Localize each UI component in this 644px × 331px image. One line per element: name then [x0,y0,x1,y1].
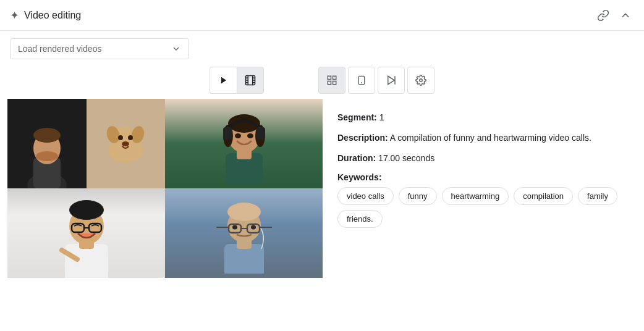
wand-icon: ✦ [10,9,19,22]
load-dropdown-label: Load rendered videos [18,44,101,54]
duration-label: Duration: [337,153,376,163]
page-title: Video editing [24,10,81,21]
video-grid [7,99,323,278]
film-icon [245,75,256,86]
keyword-chip: funny [399,187,437,205]
svg-point-40 [247,133,253,138]
svg-point-58 [232,225,237,229]
info-panel: Segment: 1 Description: A compilation of… [323,99,639,278]
svg-rect-17 [394,76,396,85]
link-button[interactable] [595,7,612,24]
video-cell-4 [165,188,323,278]
grid-icon [326,75,337,86]
svg-point-28 [118,135,123,140]
keywords-section: Keywords: video callsfunnyheartwarmingco… [337,172,624,228]
description-label: Description: [337,133,388,143]
svg-point-22 [36,151,58,161]
segment-row: Segment: 1 [337,111,624,124]
svg-rect-41 [65,244,108,278]
duration-value: 17.00 seconds [378,153,434,163]
view-controls [318,67,434,94]
playback-controls [210,67,264,94]
keyword-chip: video calls [337,187,394,205]
settings-button[interactable] [407,67,434,94]
mobile-icon [357,75,366,86]
keyword-chip: compilation [514,187,573,205]
header-left: ✦ Video editing [10,9,81,22]
man-figure [7,99,87,188]
keywords-row: video callsfunnyheartwarmingcompilationf… [337,187,624,228]
video-controls-row [0,67,644,99]
svg-rect-37 [223,127,232,140]
main-content: Segment: 1 Description: A compilation of… [0,99,644,278]
duration-row: Duration: 17.00 seconds [337,152,624,165]
app-header: ✦ Video editing [0,0,644,31]
preview-icon [386,75,397,86]
svg-marker-16 [388,76,395,85]
preview-button[interactable] [378,67,405,94]
svg-rect-11 [333,76,336,79]
keywords-label: Keywords: [337,172,624,182]
keyword-chip: family [578,187,617,205]
keyword-chip: friends. [337,210,383,228]
mobile-view-button[interactable] [348,67,375,94]
svg-point-44 [69,200,104,220]
description-row: Description: A compilation of funny and … [337,132,624,145]
collapse-button[interactable] [617,7,634,24]
description-value: A compilation of funny and heartwarming … [390,133,591,143]
film-strip-button[interactable] [237,67,264,94]
svg-rect-38 [256,127,265,140]
load-videos-dropdown[interactable]: Load rendered videos [10,38,189,59]
video-cell-2 [165,99,323,188]
grid-view-button[interactable] [318,67,345,94]
segment-label: Segment: [337,112,377,122]
svg-point-39 [235,133,241,138]
play-button[interactable] [210,67,237,94]
svg-marker-0 [221,77,226,84]
keyword-chip: heartwarming [442,187,509,205]
video-cell-3 [7,188,165,278]
svg-point-52 [227,203,261,221]
svg-rect-12 [328,82,331,85]
svg-point-59 [251,225,256,229]
segment-value: 1 [379,112,384,122]
svg-rect-10 [328,76,331,79]
header-right [595,7,634,24]
toolbar: Load rendered videos [0,31,644,67]
play-icon [219,76,228,85]
svg-point-29 [128,135,133,140]
dog-figure [87,99,166,188]
settings-icon [415,75,426,86]
svg-point-30 [122,141,129,146]
svg-point-23 [33,128,61,143]
svg-point-18 [420,79,423,82]
dropdown-chevron-icon [171,44,181,54]
svg-rect-13 [333,82,336,85]
video-cell-1 [7,99,165,188]
